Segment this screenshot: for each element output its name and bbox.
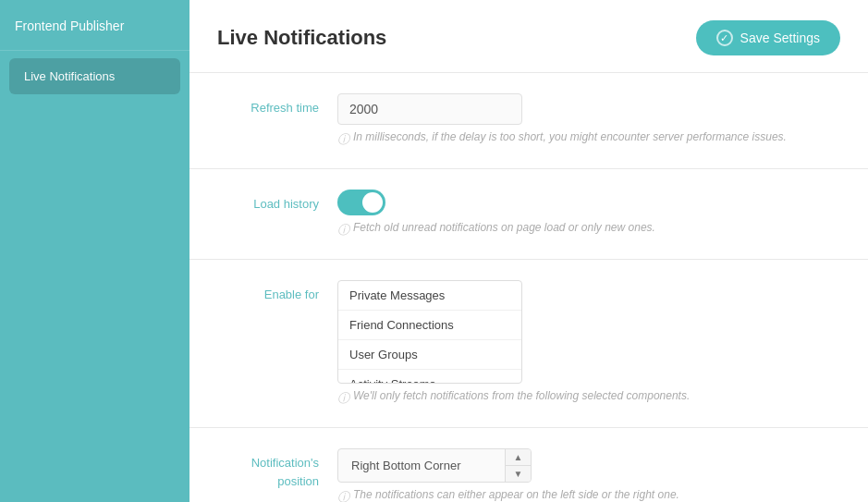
- sidebar-item-live-notifications[interactable]: Live Notifications: [9, 58, 180, 94]
- toggle-thumb: [362, 192, 383, 213]
- list-option-private-messages[interactable]: Private Messages: [338, 281, 521, 311]
- load-history-toggle[interactable]: [337, 190, 385, 215]
- main-content: Live Notifications ✓ Save Settings Refre…: [189, 0, 868, 502]
- save-settings-button[interactable]: ✓ Save Settings: [696, 20, 840, 55]
- refresh-time-row: Refresh time ⓘ In milliseconds, if the d…: [189, 73, 868, 169]
- position-hint: ⓘ The notifications can either appear on…: [337, 488, 840, 502]
- load-history-control: ⓘ Fetch old unread notifications on page…: [337, 190, 840, 239]
- save-button-label: Save Settings: [740, 31, 820, 45]
- list-option-user-groups[interactable]: User Groups: [338, 340, 521, 370]
- toggle-track: [337, 190, 385, 215]
- notification-position-control: Right Bottom Corner ▲ ▼ ⓘ The notificati…: [337, 448, 840, 502]
- sidebar-brand: Frontend Publisher: [0, 0, 189, 51]
- refresh-time-label: Refresh time: [217, 93, 337, 117]
- notification-position-row: Notification's position Right Bottom Cor…: [189, 428, 868, 502]
- hint-icon-2: ⓘ: [337, 222, 349, 239]
- spinner-up-button[interactable]: ▲: [506, 449, 531, 466]
- refresh-time-input[interactable]: [337, 93, 522, 125]
- header: Live Notifications ✓ Save Settings: [189, 0, 868, 73]
- hint-icon-4: ⓘ: [337, 489, 349, 502]
- notification-position-label: Notification's position: [217, 448, 337, 490]
- settings-body: Refresh time ⓘ In milliseconds, if the d…: [189, 73, 868, 502]
- refresh-time-control: ⓘ In milliseconds, if the delay is too s…: [337, 93, 840, 148]
- listbox-inner[interactable]: Private Messages Friend Connections User…: [338, 281, 521, 383]
- spinner-down-button[interactable]: ▼: [506, 466, 531, 482]
- list-option-friend-connections[interactable]: Friend Connections: [338, 311, 521, 340]
- page-title: Live Notifications: [217, 26, 386, 50]
- sidebar: Frontend Publisher Live Notifications: [0, 0, 189, 502]
- check-icon: ✓: [716, 30, 733, 46]
- hint-icon: ⓘ: [337, 131, 349, 148]
- load-history-label: Load history: [217, 190, 337, 214]
- enable-for-listbox: Private Messages Friend Connections User…: [337, 280, 522, 384]
- position-select-text: Right Bottom Corner: [338, 449, 505, 482]
- position-spinners: ▲ ▼: [505, 449, 531, 482]
- enable-for-label: Enable for: [217, 280, 337, 304]
- load-history-hint: ⓘ Fetch old unread notifications on page…: [337, 221, 840, 239]
- list-option-activity-streams[interactable]: Activity Streams: [338, 370, 521, 383]
- refresh-time-hint: ⓘ In milliseconds, if the delay is too s…: [337, 130, 840, 148]
- enable-for-control: Private Messages Friend Connections User…: [337, 280, 840, 407]
- enable-for-row: Enable for Private Messages Friend Conne…: [189, 260, 868, 428]
- position-select[interactable]: Right Bottom Corner ▲ ▼: [337, 448, 532, 483]
- enable-for-hint: ⓘ We'll only fetch notifications from th…: [337, 389, 840, 407]
- load-history-row: Load history ⓘ Fetch old unread notifica…: [189, 169, 868, 260]
- hint-icon-3: ⓘ: [337, 390, 349, 407]
